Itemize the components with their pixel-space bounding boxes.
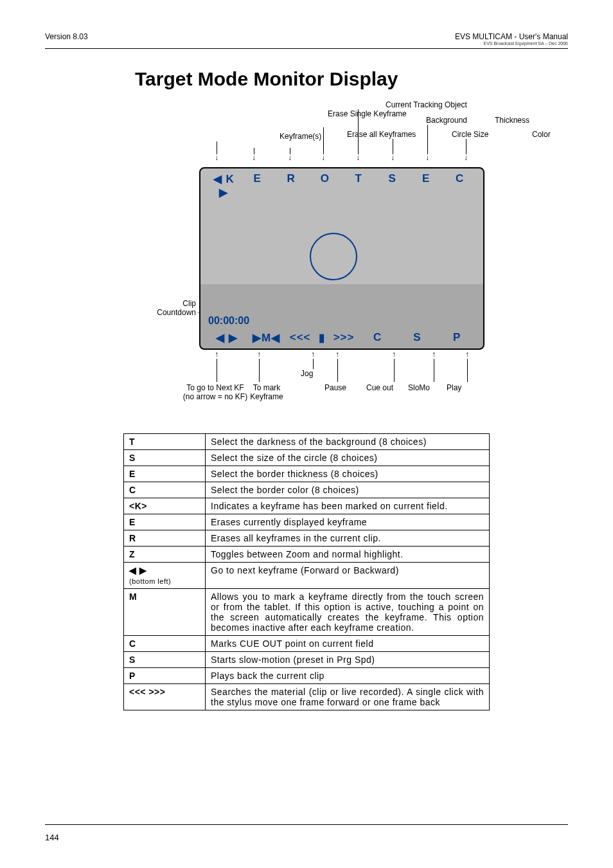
btn-background[interactable]: T (342, 172, 376, 199)
clip-countdown-value: 00:00:00 (208, 315, 249, 327)
btn-play[interactable]: P (437, 331, 477, 345)
definition-key: Z (124, 547, 206, 563)
definition-key: S (124, 450, 206, 466)
definition-desc: Select the border thickness (8 choices) (206, 466, 490, 482)
btn-jog-back[interactable]: <<< (287, 331, 314, 345)
table-row: ZToggles between Zoom and normal highlig… (124, 547, 490, 563)
btn-prev-next-kf[interactable]: ◀ ▶ (207, 331, 247, 345)
monitor-top-row: ◀ K ▶ E R O T S E C (200, 168, 483, 203)
label-color: Color (532, 130, 551, 139)
label-erase-all: Erase all Keyframes (347, 130, 392, 139)
definition-key: E (124, 466, 206, 482)
page-number: 144 (45, 833, 59, 842)
definition-desc: Go to next keyframe (Forward or Backward… (206, 563, 490, 589)
label-jog: Jog (301, 369, 313, 378)
definition-desc: Erases currently displayed keyframe (206, 514, 490, 530)
definition-key: <<< >>> (124, 684, 206, 710)
table-row: <K>Indicates a keyframe has been marked … (124, 498, 490, 514)
definitions-table: TSelect the darkness of the background (… (123, 433, 490, 710)
header-company: EVS Broadcast Equipment SA – Dec 2006 (455, 41, 568, 46)
definition-key: P (124, 668, 206, 684)
header-product: EVS MULTICAM - User's Manual (455, 32, 568, 41)
definition-key: E (124, 514, 206, 530)
footer-rule (45, 824, 568, 825)
definition-desc: Searches the material (clip or live reco… (206, 684, 490, 710)
definition-desc: Starts slow-motion (preset in Prg Spd) (206, 652, 490, 668)
header-rule (45, 48, 568, 49)
label-pause: Pause (324, 383, 346, 392)
table-row: RErases all keyframes in the current cli… (124, 530, 490, 547)
label-circle-size: Circle Size (452, 130, 488, 139)
table-row: SSelect the size of the circle (8 choice… (124, 450, 490, 466)
btn-pause[interactable]: ▮ (314, 331, 330, 345)
definition-desc: Allows you to mark a keyframe directly f… (206, 589, 490, 636)
table-row: ESelect the border thickness (8 choices) (124, 466, 490, 482)
definition-key: C (124, 482, 206, 498)
definition-key: M (124, 589, 206, 636)
definition-desc: Select the size of the circle (8 choices… (206, 450, 490, 466)
table-row: CMarks CUE OUT point on current field (124, 636, 490, 652)
label-cue-out: Cue out (366, 383, 393, 392)
btn-mark-kf[interactable]: ▶M◀ (247, 331, 287, 345)
btn-cue-out[interactable]: C (358, 331, 398, 345)
definition-key: T (124, 434, 206, 450)
table-row: <<< >>>Searches the material (clip or li… (124, 684, 490, 710)
table-row: PPlays back the current clip (124, 668, 490, 684)
table-row: ◀ ▶(bottom left)Go to next keyframe (For… (124, 563, 490, 589)
definition-desc: Indicates a keyframe has been marked on … (206, 498, 490, 514)
table-row: CSelect the border color (8 choices) (124, 482, 490, 498)
btn-slomo[interactable]: S (397, 331, 437, 345)
table-row: MAllows you to mark a keyframe directly … (124, 589, 490, 636)
definition-desc: Select the darkness of the background (8… (206, 434, 490, 450)
definition-desc: Select the border color (8 choices) (206, 482, 490, 498)
label-erase-single: Erase Single Keyframe (328, 109, 386, 118)
definition-key: S (124, 652, 206, 668)
monitor-diagram: Current Tracking Object Erase Single Key… (154, 103, 508, 408)
btn-thickness[interactable]: E (409, 172, 443, 199)
btn-circle-size[interactable]: S (376, 172, 410, 199)
definition-key: R (124, 530, 206, 547)
btn-keyframe-nav[interactable]: ◀ K ▶ (207, 172, 241, 199)
monitor-screen: ◀ K ▶ E R O T S E C 00:00:00 ◀ ▶ ▶M◀ <<<… (199, 167, 484, 350)
table-row: EErases currently displayed keyframe (124, 514, 490, 530)
btn-erase-all[interactable]: R (274, 172, 308, 199)
target-circle (310, 233, 357, 280)
definition-key: <K> (124, 498, 206, 514)
btn-erase-single[interactable]: E (241, 172, 275, 199)
label-clip-countdown-1: Clip (182, 299, 196, 308)
definition-desc: Erases all keyframes in the current clip… (206, 530, 490, 547)
label-mark-kf: To mark Keyframe (244, 383, 289, 401)
table-row: SStarts slow-motion (preset in Prg Spd) (124, 652, 490, 668)
definition-desc: Marks CUE OUT point on current field (206, 636, 490, 652)
label-thickness: Thickness (495, 116, 529, 125)
btn-jog-fwd[interactable]: >>> (330, 331, 357, 345)
label-play: Play (447, 383, 461, 392)
header-version: Version 8.03 (45, 32, 88, 46)
btn-color[interactable]: C (443, 172, 477, 199)
label-background: Background (426, 116, 467, 125)
label-clip-countdown-2: Countdown (157, 308, 196, 317)
label-slomo: SloMo (408, 383, 430, 392)
definition-key: ◀ ▶(bottom left) (124, 563, 206, 589)
label-keyframes: Keyframe(s) (280, 132, 321, 141)
label-current-tracking: Current Tracking Object (386, 100, 463, 109)
monitor-bottom-row: ◀ ▶ ▶M◀ <<< ▮ >>> C S P (200, 327, 483, 348)
definition-desc: Toggles between Zoom and normal highligh… (206, 547, 490, 563)
definition-key: C (124, 636, 206, 652)
table-row: TSelect the darkness of the background (… (124, 434, 490, 450)
page-title: Target Mode Monitor Display (135, 68, 568, 90)
definition-desc: Plays back the current clip (206, 668, 490, 684)
btn-object[interactable]: O (308, 172, 342, 199)
